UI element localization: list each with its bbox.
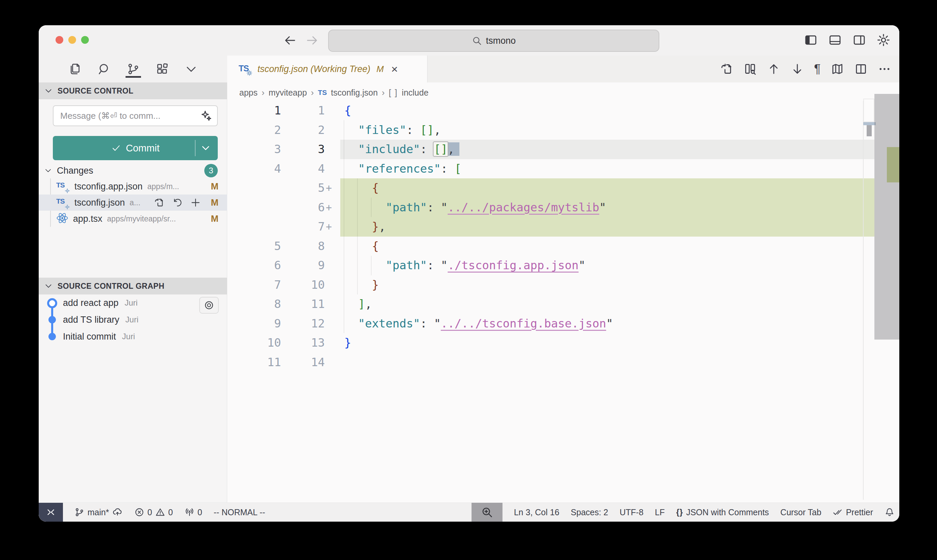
screen: tsmono — [0, 0, 937, 560]
code-line[interactable]: 22 "files": [], — [227, 120, 899, 140]
breadcrumb-item[interactable]: myviteapp — [269, 88, 307, 98]
forward-icon[interactable] — [305, 34, 319, 47]
maximize-window-button[interactable] — [81, 36, 89, 44]
tab-close-icon[interactable]: × — [391, 63, 398, 75]
close-window-button[interactable] — [55, 36, 63, 44]
open-file-icon[interactable] — [154, 197, 165, 208]
minimap-text-mark — [867, 125, 872, 136]
code-line[interactable]: 33 "include": [], — [227, 140, 899, 159]
cursor-position-status[interactable]: Ln 3, Col 16 — [514, 508, 559, 517]
code-text: ], — [332, 294, 372, 314]
more-views-chevron-icon[interactable] — [184, 60, 198, 78]
code-line[interactable]: 58 { — [227, 237, 899, 256]
remote-indicator[interactable] — [39, 503, 63, 522]
vim-mode-indicator[interactable]: -- NORMAL -- — [214, 508, 265, 517]
code-token: , — [378, 220, 385, 233]
graph-commit-row[interactable]: add react app Juri — [39, 294, 227, 311]
toggle-panel-icon[interactable] — [828, 33, 842, 47]
code-token — [344, 220, 372, 233]
file-name: tsconfig.json — [74, 198, 125, 208]
split-editor-icon[interactable] — [854, 62, 868, 76]
code-text: } — [332, 333, 351, 353]
code-line[interactable]: 69 "path": "./tsconfig.app.json" — [227, 256, 899, 275]
breadcrumbs[interactable]: apps › myviteapp › TS tsconfig.json › [ … — [227, 85, 428, 100]
changes-section-header[interactable]: Changes 3 — [39, 163, 227, 178]
source-control-view-icon[interactable] — [126, 60, 140, 78]
eol-status[interactable]: LF — [655, 508, 665, 517]
commit-button-divider — [195, 140, 195, 156]
settings-gear-icon[interactable] — [876, 33, 891, 47]
minimize-window-button[interactable] — [68, 36, 76, 44]
magnifier-plus-icon — [481, 506, 493, 518]
added-line-plus: + — [325, 178, 332, 198]
source-control-graph-header[interactable]: SOURCE CONTROL GRAPH — [39, 278, 227, 294]
map-icon[interactable] — [831, 62, 844, 76]
check-icon — [111, 143, 121, 153]
code-line[interactable]: 710 } — [227, 275, 899, 295]
changed-file-row[interactable]: TS tsconfig.app.json apps/m... M — [39, 178, 227, 194]
commit-button[interactable]: Commit — [53, 136, 218, 160]
more-actions-icon[interactable] — [878, 62, 891, 76]
code-line[interactable]: 44 "references": [ — [227, 159, 899, 179]
commit-message-input[interactable] — [53, 105, 218, 126]
toggle-primary-sidebar-icon[interactable] — [804, 33, 818, 47]
ports-status[interactable]: 0 — [185, 507, 202, 517]
changed-file-row[interactable]: app.tsx apps/myviteapp/sr... M — [39, 211, 227, 227]
explorer-icon[interactable] — [68, 60, 83, 78]
ts-icon: TS — [56, 197, 70, 209]
extensions-icon[interactable] — [155, 60, 169, 78]
language-mode-status[interactable]: {} JSON with Comments — [676, 508, 769, 517]
overview-ruler-border — [863, 101, 864, 500]
encoding-status[interactable]: UTF-8 — [620, 508, 643, 517]
editor-scrollbar[interactable] — [874, 94, 899, 340]
indentation-status[interactable]: Spaces: 2 — [571, 508, 608, 517]
branch-status[interactable]: main* — [74, 507, 123, 518]
new-line-number: 9 — [281, 256, 325, 275]
search-view-icon[interactable] — [97, 60, 111, 78]
code-token — [344, 239, 372, 253]
next-change-icon[interactable] — [791, 62, 804, 76]
code-line[interactable]: 6+ "path": "../../packages/mytslib" — [227, 198, 899, 217]
cursor-tab-status[interactable]: Cursor Tab — [780, 508, 822, 517]
sparkle-ai-icon[interactable] — [200, 109, 212, 122]
code-line[interactable]: 1114 — [227, 353, 899, 372]
minimap-viewport — [863, 98, 874, 122]
code-line[interactable]: 811 ], — [227, 294, 899, 314]
commit-message: add react app — [63, 298, 118, 308]
code-line[interactable]: 912 "extends": "../../tsconfig.base.json… — [227, 314, 899, 334]
graph-commit-row[interactable]: add TS library Juri — [39, 311, 227, 328]
breadcrumb-item[interactable]: include — [402, 88, 428, 98]
code-token — [344, 162, 358, 175]
source-control-title: SOURCE CONTROL — [58, 86, 134, 95]
code-line[interactable]: 1013} — [227, 333, 899, 353]
problems-status[interactable]: 0 0 — [134, 507, 173, 517]
breadcrumb-item[interactable]: apps — [239, 88, 257, 98]
commit-dropdown-chevron-icon[interactable] — [200, 143, 213, 153]
breadcrumb-separator: › — [382, 88, 385, 98]
new-line-number: 3 — [281, 140, 325, 159]
formatter-status[interactable]: Prettier — [833, 507, 873, 517]
code-text: "extends": "../../tsconfig.base.json" — [332, 314, 613, 334]
source-control-header[interactable]: SOURCE CONTROL — [39, 82, 227, 99]
code-line[interactable]: 11{ — [227, 101, 899, 120]
breadcrumb-item[interactable]: tsconfig.json — [331, 88, 378, 98]
vscode-window: tsmono — [39, 25, 899, 522]
eol-label: LF — [655, 508, 665, 517]
code-line[interactable]: 5+ { — [227, 178, 899, 198]
tab-tsconfig-working-tree[interactable]: TS tsconfig.json (Working Tree) M × — [227, 55, 428, 82]
compare-view-icon[interactable] — [743, 62, 757, 76]
zoom-indicator[interactable] — [472, 503, 503, 522]
back-icon[interactable] — [283, 34, 297, 47]
discard-changes-icon[interactable] — [172, 197, 183, 208]
render-whitespace-icon[interactable]: ¶ — [814, 62, 820, 76]
open-file-icon[interactable] — [720, 62, 733, 76]
changed-file-row[interactable]: TS tsconfig.json a... M — [39, 194, 227, 211]
code-token: } — [372, 278, 378, 291]
code-line[interactable]: 7+ }, — [227, 217, 899, 237]
notifications-bell-icon[interactable] — [885, 507, 895, 517]
stage-changes-icon[interactable] — [190, 197, 201, 208]
previous-change-icon[interactable] — [767, 62, 780, 76]
command-center-search[interactable]: tsmono — [328, 29, 659, 52]
graph-commit-row[interactable]: Initial commit Juri — [39, 328, 227, 345]
toggle-secondary-sidebar-icon[interactable] — [852, 33, 866, 47]
